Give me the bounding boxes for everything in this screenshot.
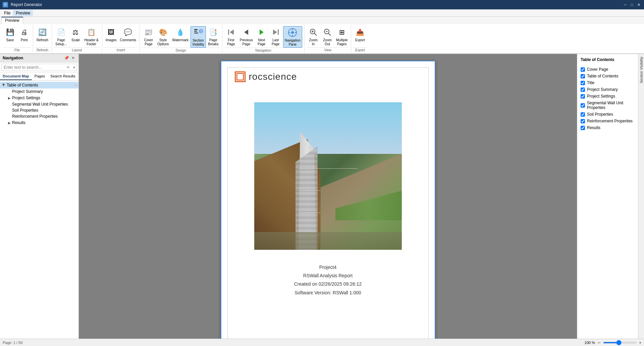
nav-search-area: ✕ ▼ (0, 62, 78, 73)
section-visibility-label: SectionVisibility (192, 39, 204, 47)
cover-page-button[interactable]: 📰 CoverPage (142, 26, 155, 47)
last-page-button[interactable]: LastPage (269, 26, 282, 47)
refresh-buttons: 🔄 Refresh (35, 25, 50, 47)
zoom-increase-icon[interactable]: + (639, 341, 641, 345)
watermark-button[interactable]: 💧 Watermark (171, 26, 190, 43)
ribbon-group-insert: 🖼 Images 💬 Comments Insert (102, 25, 140, 53)
refresh-group-label: Refresh (35, 47, 50, 52)
header-footer-button[interactable]: 📋 Header &Footer (83, 26, 100, 47)
last-page-label: LastPage (272, 38, 279, 46)
search-dropdown-icon[interactable]: ▼ (72, 66, 76, 69)
check-label-toc: Table of Contents (587, 74, 618, 78)
project-name: Project4 (294, 263, 362, 272)
view-group-label: View (307, 47, 349, 52)
tree-item-soil[interactable]: Soil Properties (0, 107, 78, 113)
tree-collapse-icon: ─ (74, 83, 77, 87)
refresh-button[interactable]: 🔄 Refresh (35, 26, 50, 43)
page-breaks-button[interactable]: 📑 PageBreaks (207, 26, 220, 47)
cover-page-label: CoverPage (144, 38, 153, 46)
export-button[interactable]: 📤 Export (353, 26, 367, 43)
style-options-button[interactable]: 🎨 StyleOptions (156, 26, 170, 47)
search-input[interactable] (1, 64, 77, 71)
multiple-pages-button[interactable]: ⊞ MultiplePages (335, 26, 349, 47)
check-toc[interactable] (581, 74, 585, 78)
check-item-results: Results (581, 124, 635, 131)
navigation-pane-button[interactable]: NavigationPane (283, 26, 302, 48)
check-results[interactable] (581, 126, 585, 130)
images-button[interactable]: 🖼 Images (104, 26, 118, 43)
last-page-icon (270, 27, 281, 38)
svg-rect-2 (194, 33, 198, 34)
ribbon-content: 💾 Save 🖨 Print File 🔄 Refresh Refresh (0, 24, 644, 54)
scale-button[interactable]: ⚖ Scale (69, 26, 82, 43)
svg-marker-7 (244, 30, 248, 35)
print-button[interactable]: 🖨 Print (17, 26, 31, 43)
zoom-out-button[interactable]: ZoomOut (321, 26, 334, 47)
comments-button[interactable]: 💬 Comments (119, 26, 138, 43)
multiple-pages-label: MultiplePages (336, 38, 347, 46)
title-bar: R Report Generator ─ □ ✕ (0, 0, 644, 9)
check-project-summary[interactable] (581, 88, 585, 92)
section-visibility-title: Table of Contents (581, 57, 635, 63)
section-visibility-tab[interactable]: Section Visibility (638, 54, 644, 339)
tree-item-project-settings[interactable]: ▶ Project Settings (0, 95, 78, 101)
status-bar: Page: 1 / 50 100 % ─ + (0, 339, 644, 346)
svg-line-20 (314, 33, 317, 36)
tree-item-reinforcement[interactable]: Reinforcement Properties (0, 113, 78, 119)
cover-image (254, 102, 402, 250)
tree-item-results[interactable]: ▶ Results (0, 119, 78, 126)
search-clear-icon[interactable]: ✕ (66, 65, 70, 70)
check-project-settings[interactable] (581, 94, 585, 99)
check-item-toc: Table of Contents (581, 73, 635, 79)
check-cover-page[interactable] (581, 67, 585, 72)
check-soil[interactable] (581, 112, 585, 117)
tree-item-wall-unit[interactable]: Segmental Wall Unit Properties (0, 101, 78, 107)
scale-label: Scale (71, 38, 80, 42)
export-group-label: Export (353, 47, 367, 52)
first-page-button[interactable]: FirstPage (224, 26, 238, 47)
zoom-in-label: ZoomIn (309, 38, 318, 46)
comments-icon: 💬 (123, 27, 133, 38)
previous-page-button[interactable]: PreviousPage (238, 26, 254, 47)
ribbon-tab-preview[interactable]: Preview (1, 17, 23, 24)
tree-item-project-summary[interactable]: Project Summary (0, 89, 78, 95)
check-title[interactable] (581, 81, 585, 85)
tab-pages[interactable]: Pages (32, 73, 48, 80)
section-visibility-button[interactable]: SectionVisibility (191, 26, 206, 48)
layout-buttons: 📄 PageSetup... ⚖ Scale 📋 Header &Footer (54, 25, 100, 47)
maximize-button[interactable]: □ (629, 2, 635, 7)
close-button[interactable]: ✕ (636, 2, 641, 7)
tree-label-project-settings: Project Settings (12, 96, 77, 100)
check-item-soil: Soil Properties (581, 111, 635, 118)
tree-label-soil: Soil Properties (12, 108, 77, 113)
style-options-icon: 🎨 (158, 27, 168, 38)
view-buttons: ZoomIn ZoomOut ⊞ MultiplePages (307, 25, 349, 47)
tree-item-toc[interactable]: ▶ Table of Contents ─ (0, 82, 78, 89)
preview-area[interactable]: rocscience (79, 54, 577, 339)
logo-area: rocscience (235, 71, 297, 82)
refresh-icon: 🔄 (37, 27, 48, 38)
check-item-title: Title (581, 79, 635, 86)
menu-preview[interactable]: Preview (13, 10, 33, 16)
page-setup-button[interactable]: 📄 PageSetup... (54, 26, 68, 47)
zoom-decrease-icon[interactable]: ─ (598, 341, 600, 345)
check-label-wall-unit: Segmental Wall Unit Properties (587, 101, 635, 110)
nav-close-button[interactable]: ✕ (70, 55, 76, 61)
tab-document-map[interactable]: Document Map (0, 73, 32, 80)
first-page-icon (226, 27, 236, 38)
save-button[interactable]: 💾 Save (3, 26, 17, 43)
zoom-in-button[interactable]: ZoomIn (307, 26, 320, 47)
nav-panel-controls: 📌 ✕ (64, 55, 76, 61)
menu-file[interactable]: File (1, 10, 13, 16)
zoom-slider[interactable] (603, 342, 637, 343)
nav-panel-title: Navigation (3, 56, 23, 60)
check-label-reinforcement: Reinforcement Properties (587, 119, 633, 123)
next-page-button[interactable]: NextPage (255, 26, 268, 47)
tab-search-results[interactable]: Search Results (48, 73, 78, 80)
zoom-level: 100 % (585, 341, 595, 345)
check-reinforcement[interactable] (581, 119, 585, 123)
svg-rect-1 (194, 31, 197, 32)
nav-pin-button[interactable]: 📌 (64, 55, 69, 61)
check-wall-unit[interactable] (581, 103, 585, 108)
minimize-button[interactable]: ─ (623, 2, 628, 7)
